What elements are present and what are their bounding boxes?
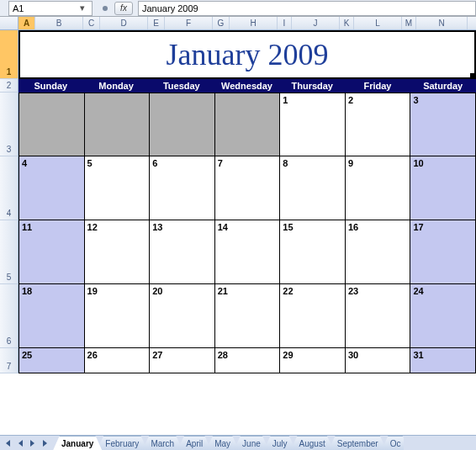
sheet-tab[interactable]: April [177, 436, 211, 451]
calendar-day-cell[interactable]: 20 [150, 284, 215, 348]
calendar-day-cell[interactable]: 4 [19, 156, 85, 220]
column-header[interactable]: F [165, 17, 213, 29]
calendar-title: January 2009 [167, 37, 329, 72]
name-box[interactable]: A1 ▾ [8, 1, 93, 16]
tab-nav-last-icon[interactable] [40, 437, 51, 449]
day-of-week-label: Monday [84, 79, 150, 93]
calendar-day-cell[interactable]: 15 [280, 220, 346, 284]
calendar-day-cell[interactable]: 16 [346, 220, 411, 284]
day-of-week-header: SundayMondayTuesdayWednesdayThursdayFrid… [19, 79, 476, 93]
calendar-day-cell[interactable]: 27 [150, 348, 215, 373]
tab-nav-next-icon[interactable] [27, 437, 39, 449]
column-header[interactable]: B [35, 17, 83, 29]
calendar-week: 45678910 [19, 156, 476, 220]
column-header[interactable]: A [19, 17, 35, 29]
formula-value: January 2009 [142, 3, 198, 13]
worksheet[interactable]: January 2009 SundayMondayTuesdayWednesda… [19, 30, 476, 435]
column-header[interactable]: G [213, 17, 230, 29]
formula-input[interactable]: January 2009 [138, 1, 476, 16]
sheet-tab[interactable]: July [264, 436, 296, 451]
tab-nav-first-icon[interactable] [2, 437, 13, 449]
column-header[interactable]: J [292, 17, 340, 29]
column-header[interactable]: I [278, 17, 292, 29]
column-header[interactable]: N [416, 17, 468, 29]
calendar-day-cell[interactable]: 9 [346, 156, 411, 220]
calendar-day-cell[interactable]: 19 [85, 284, 151, 348]
calendar-day-cell[interactable]: 25 [19, 348, 85, 373]
column-header[interactable]: D [100, 17, 148, 29]
calendar-day-cell[interactable]: 10 [410, 156, 476, 220]
day-of-week-label: Sunday [19, 79, 84, 93]
calendar-day-cell[interactable]: 31 [410, 348, 476, 373]
calendar-day-cell[interactable]: 22 [280, 284, 346, 348]
column-header[interactable]: E [148, 17, 165, 29]
calendar-body: 1234567891011121314151617181920212223242… [19, 93, 476, 373]
calendar-day-cell[interactable]: 24 [410, 284, 476, 348]
circle-icon [103, 6, 108, 11]
calendar-day-cell[interactable] [85, 93, 151, 156]
day-of-week-label: Saturday [410, 79, 476, 93]
formula-bar-buttons: fx [98, 2, 133, 15]
day-of-week-label: Thursday [280, 79, 346, 93]
fx-button[interactable]: fx [114, 2, 133, 15]
calendar-day-cell[interactable]: 17 [410, 220, 476, 284]
sheet-tab[interactable]: February [97, 436, 147, 451]
sheet-tab[interactable]: May [206, 436, 239, 451]
calendar-day-cell[interactable]: 11 [19, 220, 85, 284]
column-headers: ABCDEFGHIJKLMN [0, 17, 476, 30]
calendar-week: 123 [19, 93, 476, 156]
calendar-day-cell[interactable]: 30 [346, 348, 411, 373]
formula-bar: A1 ▾ fx January 2009 [0, 0, 476, 17]
calendar-day-cell[interactable]: 1 [280, 93, 346, 156]
column-header[interactable]: M [402, 17, 416, 29]
calendar-day-cell[interactable]: 21 [215, 284, 281, 348]
row-header[interactable]: 5 [0, 220, 19, 284]
calendar-day-cell[interactable]: 8 [280, 156, 346, 220]
row-header[interactable]: 3 [0, 93, 19, 156]
calendar-day-cell[interactable]: 18 [19, 284, 85, 348]
calendar-day-cell[interactable] [215, 93, 281, 156]
calendar-day-cell[interactable]: 3 [410, 93, 476, 156]
sheet-tab[interactable]: August [291, 436, 334, 451]
calendar-day-cell[interactable]: 13 [150, 220, 215, 284]
calendar-day-cell[interactable]: 7 [215, 156, 281, 220]
tab-nav-prev-icon[interactable] [14, 437, 26, 449]
column-header[interactable]: L [354, 17, 402, 29]
sheet-tab-bar: JanuaryFebruaryMarchAprilMayJuneJulyAugu… [0, 435, 476, 450]
calendar-day-cell[interactable]: 12 [85, 220, 151, 284]
row-header[interactable]: 2 [0, 79, 19, 93]
sheet-tab[interactable]: March [142, 436, 182, 451]
column-header[interactable]: K [340, 17, 354, 29]
select-all-button[interactable] [0, 17, 19, 29]
day-of-week-label: Wednesday [214, 79, 280, 93]
calendar-day-cell[interactable]: 2 [346, 93, 411, 156]
calendar-day-cell[interactable]: 6 [150, 156, 215, 220]
row-header[interactable]: 1 [0, 30, 19, 79]
calendar-week: 11121314151617 [19, 220, 476, 284]
calendar-day-cell[interactable]: 14 [215, 220, 281, 284]
sheet-tab[interactable]: January [53, 436, 102, 451]
row-header[interactable]: 6 [0, 284, 19, 348]
sheet-tabs: JanuaryFebruaryMarchAprilMayJuneJulyAugu… [53, 436, 404, 451]
column-header[interactable]: C [83, 17, 100, 29]
calendar-title-cell[interactable]: January 2009 [19, 30, 476, 79]
sheet-tab[interactable]: September [329, 436, 387, 451]
sheet-tab[interactable]: June [234, 436, 269, 451]
calendar-day-cell[interactable] [19, 93, 85, 156]
calendar-day-cell[interactable]: 26 [85, 348, 151, 373]
row-header[interactable]: 4 [0, 156, 19, 220]
calendar-day-cell[interactable] [150, 93, 215, 156]
calendar-day-cell[interactable]: 23 [346, 284, 411, 348]
calendar-day-cell[interactable]: 28 [215, 348, 281, 373]
row-headers: 1234567 [0, 30, 19, 435]
fx-label: fx [120, 3, 127, 13]
column-header[interactable]: H [230, 17, 278, 29]
sheet-tab[interactable]: Oc [382, 436, 405, 451]
calendar-day-cell[interactable]: 29 [280, 348, 346, 373]
name-box-dropdown-icon[interactable]: ▾ [77, 2, 88, 15]
name-box-value: A1 [13, 3, 24, 13]
calendar-day-cell[interactable]: 5 [85, 156, 151, 220]
day-of-week-label: Friday [346, 79, 411, 93]
calendar-week: 18192021222324 [19, 284, 476, 348]
row-header[interactable]: 7 [0, 348, 19, 373]
